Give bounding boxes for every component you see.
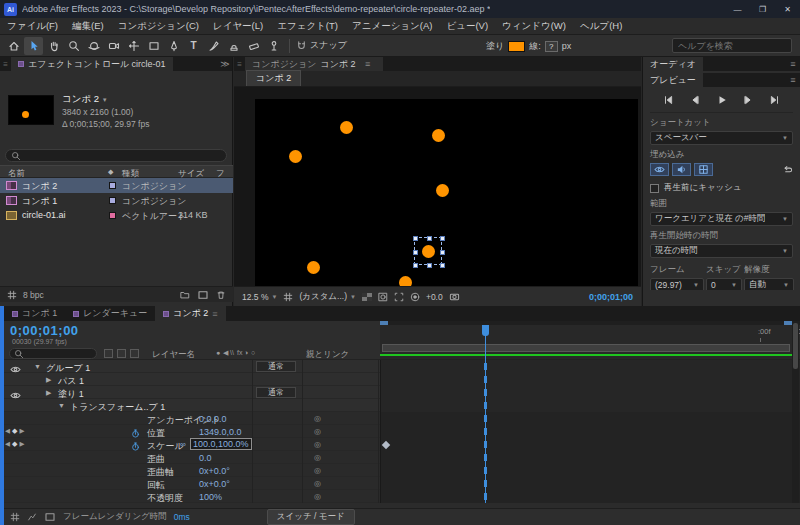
label-color-swatch[interactable]	[109, 182, 116, 189]
parent-pickwhip-icon[interactable]: ◎	[314, 414, 321, 423]
audio-include-icon[interactable]	[672, 163, 691, 176]
parent-pickwhip-icon[interactable]: ◎	[314, 427, 321, 436]
mask-visibility-icon[interactable]	[378, 292, 388, 302]
scrollbar-thumb[interactable]	[793, 323, 798, 369]
panel-menu-icon[interactable]: ≡	[786, 73, 800, 87]
label-color-swatch[interactable]	[109, 197, 116, 204]
transform-handle-icon[interactable]	[440, 250, 445, 255]
shape-circle[interactable]	[307, 261, 320, 274]
magnification-select[interactable]: 12.5 %▼	[242, 292, 277, 302]
skip-select[interactable]: 0▼	[706, 278, 742, 290]
shy-toggle-icon[interactable]	[130, 349, 139, 358]
blend-mode-dropdown[interactable]: 通常	[256, 387, 296, 398]
track-area[interactable]	[380, 451, 800, 464]
composition-canvas[interactable]	[255, 99, 638, 286]
chevron-down-icon[interactable]: ▼	[102, 97, 108, 103]
prev-frame-icon[interactable]	[685, 93, 705, 107]
grid-icon[interactable]	[7, 290, 17, 300]
timeline-tab[interactable]: レンダーキュー	[65, 306, 155, 321]
twirl-arrow-icon[interactable]: ▼	[58, 402, 65, 409]
project-item[interactable]: circle-01.aiベクトルアート214 KB	[0, 208, 233, 223]
tab-preview[interactable]: プレビュー	[643, 73, 703, 87]
current-time-indicator-head[interactable]	[482, 325, 489, 336]
orbit-tool-icon[interactable]	[84, 37, 103, 55]
snapshot-icon[interactable]	[449, 291, 460, 302]
track-area[interactable]	[380, 464, 800, 477]
shortcut-select[interactable]: スペースバー▼	[650, 131, 793, 145]
label-color-swatch[interactable]	[109, 212, 116, 219]
framerate-select[interactable]: (29.97)▼	[650, 278, 704, 290]
home-tool-icon[interactable]	[4, 37, 23, 55]
resolution-select[interactable]: 自動▼	[744, 278, 794, 290]
fill-color-swatch[interactable]	[508, 41, 525, 52]
motion-blur-switch-icon[interactable]: ◑	[244, 349, 248, 356]
property-row[interactable]: 歪曲0.0◎	[4, 451, 800, 464]
shape-circle[interactable]	[432, 129, 445, 142]
stopwatch-icon[interactable]	[131, 440, 140, 451]
layer-row[interactable]: ▼グループ 1通常	[4, 360, 800, 373]
shape-circle[interactable]	[436, 184, 449, 197]
overlays-include-icon[interactable]	[694, 163, 713, 176]
last-frame-icon[interactable]	[765, 93, 785, 107]
property-row[interactable]: アンカーポイント0.0,0.0◎	[4, 412, 800, 425]
composition-mini-flowchart-icon[interactable]	[104, 349, 113, 358]
first-frame-icon[interactable]	[658, 93, 678, 107]
new-composition-icon[interactable]	[197, 289, 209, 301]
camera-tool-icon[interactable]	[104, 37, 123, 55]
property-row[interactable]: ◀◆▶スケール∞100.0,100.0%◎	[4, 438, 800, 451]
3d-switch-icon[interactable]: ○	[251, 349, 255, 356]
transform-handle-icon[interactable]	[413, 263, 418, 268]
next-keyframe-icon[interactable]: ▶	[19, 440, 24, 448]
property-value[interactable]: 0.0	[199, 453, 212, 463]
tab-effect-controls[interactable]: エフェクトコントロール circle-01	[11, 57, 173, 71]
close-button[interactable]: ✕	[775, 0, 800, 18]
switches-modes-toggle[interactable]: スイッチ / モード	[267, 509, 355, 525]
constrain-proportions-link-icon[interactable]: ∞	[180, 440, 186, 449]
transparency-grid-icon[interactable]	[362, 293, 372, 301]
parent-pickwhip-icon[interactable]: ◎	[314, 440, 321, 449]
transform-handle-icon[interactable]	[427, 236, 432, 241]
hand-tool-icon[interactable]	[44, 37, 63, 55]
twirl-arrow-icon[interactable]: ▶	[46, 389, 51, 397]
menu-item[interactable]: ウィンドウ(W)	[495, 18, 573, 35]
time-ruler-area[interactable]: :00f10f20f01:00f10f20f02:00f10f20f03:00f…	[380, 321, 800, 360]
resolution-select[interactable]: (カスタム...)▼	[299, 291, 356, 303]
mask-shape-tool-icon[interactable]	[144, 37, 163, 55]
composition-viewer[interactable]	[234, 87, 641, 286]
tab-audio[interactable]: オーディオ	[643, 57, 703, 71]
track-area[interactable]	[380, 438, 800, 451]
property-value[interactable]: 100.0,100.0%	[190, 438, 252, 450]
snap-toggle[interactable]: スナップ	[296, 39, 347, 52]
comp-current-time[interactable]: 0;00;01;00	[589, 292, 633, 302]
menu-item[interactable]: 編集(E)	[65, 18, 111, 35]
track-area[interactable]	[380, 477, 800, 490]
property-row[interactable]: 不透明度100%◎	[4, 490, 800, 503]
maximize-button[interactable]: ❐	[750, 0, 775, 18]
parent-pickwhip-icon[interactable]: ◎	[314, 466, 321, 475]
range-select[interactable]: ワークエリアと現在 の#時間▼	[650, 212, 793, 226]
menu-item[interactable]: コンポジション(C)	[111, 18, 206, 35]
property-row[interactable]: 歪曲軸0x+0.0°◎	[4, 464, 800, 477]
track-area[interactable]	[380, 360, 800, 373]
panel-grip-icon[interactable]: ≡	[234, 57, 245, 71]
eraser-tool-icon[interactable]	[244, 37, 263, 55]
parent-pickwhip-icon[interactable]: ◎	[314, 492, 321, 501]
menu-item[interactable]: エフェクト(T)	[270, 18, 345, 35]
exposure-icon[interactable]	[410, 292, 420, 302]
blend-mode-dropdown[interactable]: 通常	[256, 361, 296, 372]
panel-menu-icon[interactable]: ≡	[212, 309, 217, 319]
menu-item[interactable]: ヘルプ(H)	[573, 18, 629, 35]
viewer-tab-comp2[interactable]: コンポ 2	[246, 70, 301, 86]
next-frame-icon[interactable]	[738, 93, 758, 107]
play-from-select[interactable]: 現在の時間▼	[650, 244, 793, 258]
layer-row[interactable]: ▼トランスフォーム..プ 1	[4, 399, 800, 412]
project-search-field[interactable]	[5, 149, 227, 162]
next-keyframe-icon[interactable]: ▶	[19, 427, 24, 435]
brush-tool-icon[interactable]	[204, 37, 223, 55]
track-area[interactable]	[380, 386, 800, 399]
label-column-icon[interactable]: ◆	[108, 168, 113, 176]
timeline-search-field[interactable]	[9, 348, 97, 359]
expand-layers-icon[interactable]	[10, 512, 20, 522]
time-ruler[interactable]: :00f10f20f01:00f10f20f02:00f10f20f03:00f…	[380, 325, 800, 342]
track-area[interactable]	[380, 412, 800, 425]
